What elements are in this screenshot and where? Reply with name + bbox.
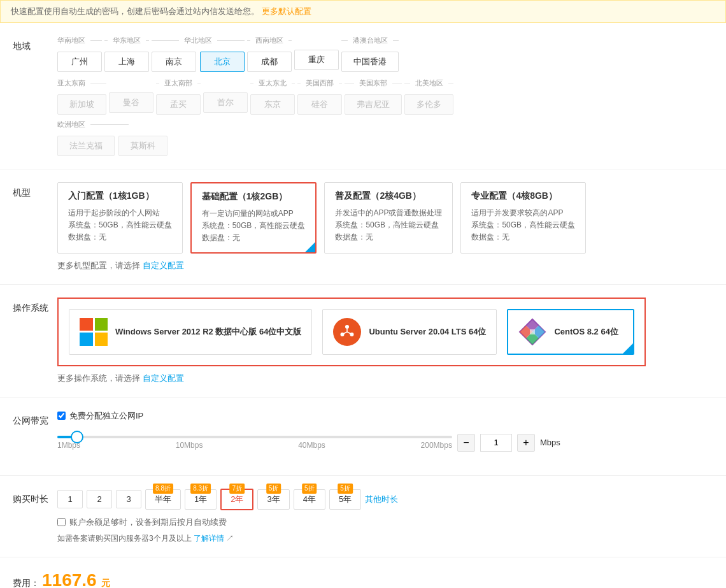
machine-cards: 入门配置（1核1GB） 适用于起步阶段的个人网站系统盘：50GB，高性能云硬盘数…	[57, 182, 713, 254]
region-btn-guangzhou[interactable]: 广州	[57, 52, 102, 72]
machine-card-title-2: 普及配置（2核4GB）	[335, 190, 442, 202]
machine-row: 机型 入门配置（1核1GB） 适用于起步阶段的个人网站系统盘：50GB，高性能云…	[0, 169, 726, 285]
machine-card-title-1: 基础配置（1核2GB）	[202, 191, 306, 203]
bandwidth-track	[57, 436, 452, 438]
duration-btn-5year[interactable]: 5折 5年	[329, 489, 361, 510]
bandwidth-mark-3: 40Mbps	[298, 441, 325, 450]
bandwidth-label: 公网带宽	[13, 410, 57, 427]
bandwidth-mark-2: 10Mbps	[176, 441, 203, 450]
os-card-centos[interactable]: CentOS 8.2 64位	[507, 309, 634, 355]
os-card-windows[interactable]: Windows Server 2012 R2 数据中心版 64位中文版	[69, 309, 312, 355]
cost-amount: 1167.6 元	[42, 570, 110, 588]
region-btn-shanghai[interactable]: 上海	[104, 52, 149, 72]
machine-card-0[interactable]: 入门配置（1核1GB） 适用于起步阶段的个人网站系统盘：50GB，高性能云硬盘数…	[57, 182, 183, 254]
duration-btn-half-year[interactable]: 8.8折 半年	[145, 489, 181, 510]
centos-icon	[518, 318, 546, 346]
os-name-ubuntu: Ubuntu Server 20.04 LTS 64位	[369, 326, 486, 338]
bandwidth-plus-btn[interactable]: +	[517, 434, 535, 452]
windows-icon	[80, 318, 108, 346]
duration-btn-3[interactable]: 3	[116, 490, 141, 508]
cost-unit: 元	[101, 578, 110, 588]
duration-btn-1year[interactable]: 8.3折 1年	[185, 489, 217, 510]
region-btn-tokyo[interactable]: 东京	[250, 94, 295, 115]
region-btn-toronto[interactable]: 多伦多	[404, 94, 453, 115]
os-content: Windows Server 2012 R2 数据中心版 64位中文版	[57, 298, 713, 384]
bandwidth-row: 公网带宽 免费分配独立公网IP 1Mbps 10Mbps 40Mbps 200M…	[0, 398, 726, 476]
bandwidth-slider-container: 1Mbps 10Mbps 40Mbps 200Mbps	[57, 436, 452, 450]
duration-buttons: 1 2 3 8.8折 半年 8.3折 1年 7折 2年 5折 3年	[57, 489, 713, 510]
cost-amount-value: 1167.6	[42, 570, 97, 588]
bandwidth-value-input[interactable]	[480, 434, 512, 452]
custom-config-link: 更多机型配置，请选择 自定义配置	[57, 260, 713, 271]
auto-renew-row: 账户余额足够时，设备到期后按月自动续费	[57, 517, 713, 528]
notice-link-icon: ↗	[226, 534, 234, 543]
machine-card-desc-0: 适用于起步阶段的个人网站系统盘：50GB，高性能云硬盘数据盘：无	[68, 207, 172, 244]
notice-link[interactable]: 更多默认配置	[262, 6, 311, 16]
region-btn-virginia[interactable]: 弗吉尼亚	[345, 94, 402, 115]
custom-config-text: 更多机型配置，请选择	[57, 261, 140, 270]
duration-btn-2[interactable]: 2	[87, 490, 112, 508]
notice-detail-link[interactable]: 了解详情	[194, 534, 224, 543]
bandwidth-checkbox-row: 免费分配独立公网IP	[57, 410, 713, 422]
region-row: 地域 华南地区 广州 华东地区 上海 华北地区 南京	[0, 23, 726, 169]
machine-content: 入门配置（1核1GB） 适用于起步阶段的个人网站系统盘：50GB，高性能云硬盘数…	[57, 182, 713, 271]
os-name-windows: Windows Server 2012 R2 数据中心版 64位中文版	[115, 326, 301, 338]
cost-label: 费用：	[13, 578, 39, 588]
region-btn-hongkong[interactable]: 中国香港	[341, 52, 399, 72]
region-btn-chengdu[interactable]: 成都	[247, 52, 292, 72]
discount-badge-4year: 5折	[302, 484, 317, 494]
duration-btn-2year[interactable]: 7折 2年	[220, 489, 253, 510]
notice-link-row: 如需备案请购买国内服务器3个月及以上 了解详情 ↗	[57, 533, 713, 544]
region-btn-beijing[interactable]: 北京	[200, 52, 245, 72]
discount-badge-1year: 8.3折	[190, 484, 211, 494]
machine-card-title-3: 专业配置（4核8GB）	[471, 190, 575, 202]
region-btn-moscow[interactable]: 莫斯科	[118, 136, 167, 156]
bandwidth-minus-btn[interactable]: −	[457, 434, 475, 452]
os-label: 操作系统	[13, 298, 57, 314]
svg-rect-12	[530, 329, 535, 334]
bandwidth-thumb[interactable]	[71, 431, 83, 443]
duration-btn-4year[interactable]: 5折 4年	[294, 489, 325, 510]
bandwidth-input-row: 1Mbps 10Mbps 40Mbps 200Mbps − + Mbps	[57, 429, 713, 456]
region-content: 华南地区 广州 华东地区 上海 华北地区 南京 北京	[57, 36, 713, 156]
custom-config-anchor[interactable]: 自定义配置	[143, 261, 184, 270]
region-btn-frankfurt[interactable]: 法兰克福	[57, 136, 115, 156]
machine-card-desc-2: 并发适中的APP或普通数据处理系统盘：50GB，高性能云硬盘数据盘：无	[335, 207, 442, 244]
region-btn-siliconvalley[interactable]: 硅谷	[297, 94, 342, 115]
cost-section: 费用： 1167.6 元 同意 《腾讯云服务协议》 和 《退款规则》 立即购买	[0, 557, 726, 588]
machine-card-3[interactable]: 专业配置（4核8GB） 适用于并发要求较高的APP系统盘：50GB，高性能云硬盘…	[460, 182, 586, 254]
duration-row: 购买时长 1 2 3 8.8折 半年 8.3折 1年 7折 2年	[0, 476, 726, 557]
region-label: 地域	[13, 36, 57, 52]
region-row1: 华南地区 广州 华东地区 上海 华北地区 南京 北京	[57, 36, 713, 72]
svg-point-1	[345, 325, 349, 329]
cost-row: 费用： 1167.6 元	[13, 570, 713, 588]
region-btn-chongqing[interactable]: 重庆	[294, 50, 339, 70]
discount-badge-3year: 5折	[266, 484, 281, 494]
bandwidth-checkbox-label[interactable]: 免费分配独立公网IP	[69, 410, 143, 422]
bandwidth-unit: Mbps	[540, 438, 560, 447]
notice-link-text: 如需备案请购买国内服务器3个月及以上	[57, 534, 192, 543]
machine-label: 机型	[13, 182, 57, 199]
region-btn-nanjing[interactable]: 南京	[152, 52, 196, 72]
duration-btn-1[interactable]: 1	[57, 490, 83, 508]
region-btn-bangkok[interactable]: 曼谷	[109, 92, 153, 113]
duration-label: 购买时长	[13, 489, 57, 505]
discount-badge-half-year: 8.8折	[153, 484, 173, 494]
auto-renew-checkbox[interactable]	[57, 518, 66, 526]
os-card-ubuntu[interactable]: Ubuntu Server 20.04 LTS 64位	[322, 309, 497, 355]
bandwidth-checkbox[interactable]	[57, 412, 66, 420]
region-btn-seoul[interactable]: 首尔	[203, 92, 248, 113]
machine-card-2[interactable]: 普及配置（2核4GB） 并发适中的APP或普通数据处理系统盘：50GB，高性能云…	[324, 182, 453, 254]
machine-card-1[interactable]: 基础配置（1核2GB） 有一定访问量的网站或APP系统盘：50GB，高性能云硬盘…	[190, 182, 317, 254]
machine-card-title-0: 入门配置（1核1GB）	[68, 190, 172, 202]
bandwidth-content: 免费分配独立公网IP 1Mbps 10Mbps 40Mbps 200Mbps −	[57, 410, 713, 463]
discount-badge-2year: 7折	[230, 484, 245, 494]
os-custom-anchor[interactable]: 自定义配置	[143, 373, 184, 383]
region-btn-mumbai[interactable]: 孟买	[156, 94, 201, 115]
duration-btn-3year[interactable]: 5折 3年	[257, 489, 289, 510]
other-time-link[interactable]: 其他时长	[365, 494, 398, 505]
os-name-centos: CentOS 8.2 64位	[554, 326, 618, 338]
region-btn-singapore[interactable]: 新加坡	[57, 94, 106, 115]
auto-renew-label[interactable]: 账户余额足够时，设备到期后按月自动续费	[69, 517, 227, 528]
bandwidth-labels: 1Mbps 10Mbps 40Mbps 200Mbps	[57, 441, 452, 450]
